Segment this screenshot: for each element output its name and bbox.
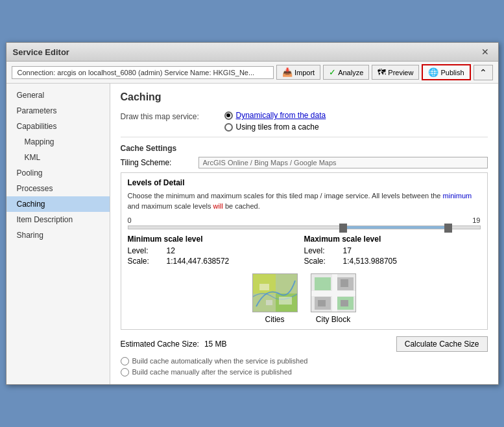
cache-size-value: 15 MB xyxy=(204,340,227,349)
draw-service-options: Dynamically from the data Using tiles fr… xyxy=(224,111,488,132)
radio-tiles[interactable]: Using tiles from a cache xyxy=(224,122,488,132)
levels-desc-1: Choose the minimum and maximum scales fo… xyxy=(128,192,443,200)
build-manual-option[interactable]: Build cache manually after the service i… xyxy=(121,368,488,376)
tiling-row: Tiling Scheme: xyxy=(121,157,488,168)
sidebar-item-mapping[interactable]: Mapping xyxy=(6,134,110,150)
preview-icon: 🗺 xyxy=(378,67,386,77)
levels-desc-min: minimum xyxy=(443,192,472,200)
slider-min-label: 0 xyxy=(128,216,132,224)
svg-rect-7 xyxy=(315,277,331,290)
levels-desc: Choose the minimum and maximum scales fo… xyxy=(128,191,481,211)
toolbar: Connection: arcgis on localhost_6080 (ad… xyxy=(6,62,498,84)
title-bar: Service Editor ✕ xyxy=(6,43,498,62)
scale-columns: Minimum scale level Level: 12 Scale: 1:1… xyxy=(128,235,481,267)
build-auto-option[interactable]: Build cache automatically when the servi… xyxy=(121,357,488,365)
max-scale-col: Maximum scale level Level: 17 Scale: 1:4… xyxy=(304,235,481,267)
thumb-cityblock: City Block xyxy=(311,273,356,324)
slider-max-label: 19 xyxy=(472,216,480,224)
divider-1 xyxy=(121,137,488,137)
collapse-button[interactable]: ⌃ xyxy=(474,65,493,80)
radio-tiles-circle xyxy=(224,123,233,132)
min-level-row: Level: 12 xyxy=(128,246,304,255)
cityblock-thumbnail xyxy=(311,273,356,312)
calculate-cache-size-button[interactable]: Calculate Cache Size xyxy=(396,336,488,352)
draw-radio-group: Dynamically from the data Using tiles fr… xyxy=(224,111,488,132)
sidebar-item-caching[interactable]: Caching xyxy=(6,196,110,212)
svg-rect-4 xyxy=(279,297,292,305)
min-level-value: 12 xyxy=(167,246,175,255)
dialog-title: Service Editor xyxy=(13,47,69,57)
slider-container: 0 19 xyxy=(128,216,481,229)
preview-button[interactable]: 🗺 Preview xyxy=(372,65,419,80)
sidebar: General Parameters Capabilities Mapping … xyxy=(6,84,110,384)
tiling-label: Tiling Scheme: xyxy=(121,158,198,167)
cache-settings-title: Cache Settings xyxy=(121,144,488,153)
slider-min-thumb[interactable] xyxy=(339,224,347,233)
service-editor-dialog: Service Editor ✕ Connection: arcgis on l… xyxy=(6,42,499,385)
cities-map-svg xyxy=(253,274,298,312)
build-auto-radio[interactable] xyxy=(121,357,129,365)
sidebar-item-capabilities[interactable]: Capabilities xyxy=(6,119,110,134)
build-options: Build cache automatically when the servi… xyxy=(121,357,488,376)
sidebar-item-parameters[interactable]: Parameters xyxy=(6,103,110,119)
max-scale-title: Maximum scale level xyxy=(304,235,481,244)
levels-title: Levels of Detail xyxy=(128,178,481,187)
slider-max-thumb[interactable] xyxy=(444,224,452,233)
analyze-button[interactable]: ✓ Analyze xyxy=(323,65,369,80)
levels-box: Levels of Detail Choose the minimum and … xyxy=(121,172,488,330)
sidebar-item-processes[interactable]: Processes xyxy=(6,181,110,196)
radio-tiles-label: Using tiles from a cache xyxy=(236,122,319,132)
sidebar-item-general[interactable]: General xyxy=(6,87,110,103)
max-level-row: Level: 17 xyxy=(304,246,481,255)
svg-rect-3 xyxy=(259,284,269,290)
radio-dynamic-circle xyxy=(224,111,233,120)
panel-title: Caching xyxy=(121,91,488,103)
slider-labels: 0 19 xyxy=(128,216,481,224)
svg-rect-5 xyxy=(266,300,272,305)
cityblock-label: City Block xyxy=(316,315,350,324)
content-area: General Parameters Capabilities Mapping … xyxy=(6,84,498,384)
import-icon: 📥 xyxy=(282,67,293,77)
svg-rect-12 xyxy=(332,274,337,312)
draw-service-row: Draw this map service: Dynamically from … xyxy=(121,111,488,132)
chevron-up-icon: ⌃ xyxy=(479,67,487,78)
min-scale-label: Scale: xyxy=(128,257,167,266)
max-scale-row: Scale: 1:4,513.988705 xyxy=(304,257,481,266)
svg-rect-15 xyxy=(341,279,348,287)
min-level-label: Level: xyxy=(128,246,167,255)
max-level-value: 17 xyxy=(343,246,352,255)
svg-rect-14 xyxy=(341,300,348,306)
draw-service-label: Draw this map service: xyxy=(121,111,224,121)
thumb-cities: Cities xyxy=(252,273,298,324)
max-scale-value: 1:4,513.988705 xyxy=(343,257,397,266)
sidebar-item-sharing[interactable]: Sharing xyxy=(6,227,110,243)
import-button[interactable]: 📥 Import xyxy=(276,65,320,80)
sidebar-item-item-description[interactable]: Item Description xyxy=(6,212,110,227)
connection-info: Connection: arcgis on localhost_6080 (ad… xyxy=(12,66,274,79)
slider-track[interactable] xyxy=(128,225,481,229)
build-manual-radio[interactable] xyxy=(121,368,129,376)
build-manual-label: Build cache manually after the service i… xyxy=(132,368,292,376)
analyze-icon: ✓ xyxy=(329,67,336,77)
radio-dynamic[interactable]: Dynamically from the data xyxy=(224,111,488,120)
levels-desc-max: will xyxy=(213,202,223,210)
max-scale-label: Scale: xyxy=(304,257,343,266)
min-scale-col: Minimum scale level Level: 12 Scale: 1:1… xyxy=(128,235,304,267)
thumbnail-area: Cities xyxy=(128,273,481,324)
cityblock-map-svg xyxy=(311,274,356,312)
publish-button[interactable]: 🌐 Publish xyxy=(422,64,470,80)
main-panel: Caching Draw this map service: Dynamical… xyxy=(110,84,498,384)
sidebar-item-kml[interactable]: KML xyxy=(6,150,110,165)
publish-icon: 🌐 xyxy=(428,67,438,77)
sidebar-item-pooling[interactable]: Pooling xyxy=(6,165,110,181)
min-scale-row: Scale: 1:144,447.638572 xyxy=(128,257,304,266)
tiling-input[interactable] xyxy=(198,157,488,168)
close-button[interactable]: ✕ xyxy=(479,47,492,57)
cities-thumbnail xyxy=(252,273,298,312)
max-level-label: Level: xyxy=(304,246,343,255)
levels-desc-3: be cached. xyxy=(223,202,260,210)
cache-size-row: Estimated Cache Size: 15 MB Calculate Ca… xyxy=(121,336,488,352)
cities-label: Cities xyxy=(265,315,284,324)
cache-size-label: Estimated Cache Size: xyxy=(121,340,199,349)
radio-dynamic-label: Dynamically from the data xyxy=(236,111,326,120)
